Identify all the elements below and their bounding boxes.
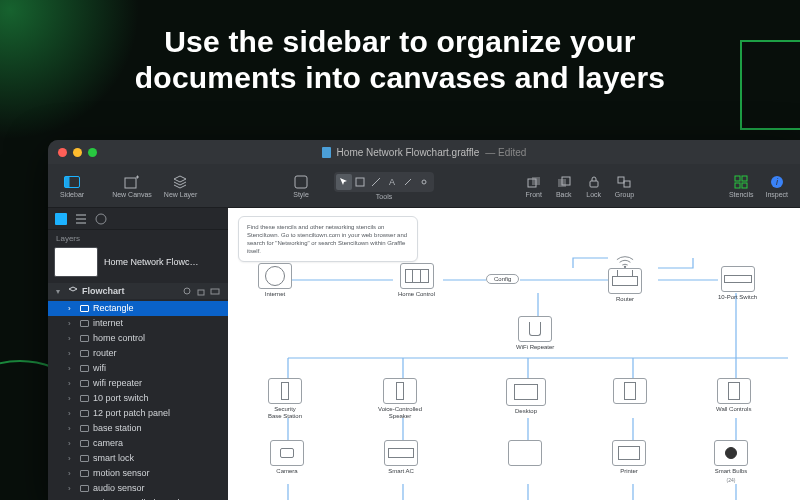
svg-rect-19 — [55, 213, 67, 225]
sidebar-icon — [63, 174, 81, 190]
close-traffic-light[interactable] — [58, 148, 67, 157]
tree-item-label: internet — [93, 317, 123, 330]
svg-rect-1 — [65, 176, 70, 187]
chevron-right-icon: › — [68, 332, 76, 345]
canvases-tab-icon[interactable] — [54, 212, 68, 226]
toolbar: Sidebar New Canvas New Layer Style — [48, 164, 800, 208]
stencils-button[interactable]: Stencils — [725, 174, 758, 198]
document-title: Home Network Flowchart.graffle — [337, 147, 480, 158]
new-canvas-icon — [123, 174, 141, 190]
lock-icon — [585, 174, 603, 190]
tree-item[interactable]: ›12 port patch panel — [48, 406, 228, 421]
tree-item[interactable]: ›audio sensor — [48, 481, 228, 496]
tree-item[interactable]: ›voice controlled speaker — [48, 496, 228, 500]
svg-rect-11 — [618, 177, 624, 183]
new-layer-button[interactable]: New Layer — [160, 174, 201, 198]
tree-item[interactable]: ›base station — [48, 421, 228, 436]
node-router[interactable]: Router — [608, 268, 642, 303]
tree-item-label: router — [93, 347, 117, 360]
selection-tool[interactable] — [336, 174, 352, 190]
tree-item[interactable]: ›wifi — [48, 361, 228, 376]
new-canvas-button[interactable]: New Canvas — [108, 174, 156, 198]
tree-item-label: audio sensor — [93, 482, 145, 495]
layer-header[interactable]: ▾ Flowchart — [48, 283, 228, 299]
node-wall-controls[interactable]: Wall Controls — [716, 378, 751, 413]
lock-icon[interactable] — [196, 286, 206, 296]
inspect-button[interactable]: i Inspect — [761, 174, 792, 198]
minimize-traffic-light[interactable] — [73, 148, 82, 157]
pen-tool[interactable] — [400, 174, 416, 190]
zoom-traffic-light[interactable] — [88, 148, 97, 157]
node-smart-bulbs[interactable]: Smart Bulbs(24) — [714, 440, 748, 483]
edited-indicator: — Edited — [485, 147, 526, 158]
tree-item[interactable]: ›motion sensor — [48, 466, 228, 481]
tree-item-label: wifi — [93, 362, 106, 375]
node-wifi-repeater[interactable]: WiFi Repeater — [516, 316, 554, 351]
node-printer[interactable]: Printer — [612, 440, 646, 475]
sidebar-toggle-button[interactable]: Sidebar — [56, 174, 88, 198]
shape-tool[interactable] — [352, 174, 368, 190]
canvas-thumbnail[interactable] — [54, 247, 98, 277]
shape-icon — [80, 380, 89, 387]
lock-button[interactable]: Lock — [581, 174, 607, 198]
config-chip[interactable]: Config — [486, 274, 519, 284]
svg-rect-15 — [735, 183, 740, 188]
tree-item[interactable]: ›router — [48, 346, 228, 361]
tree-item[interactable]: ›internet — [48, 316, 228, 331]
svg-rect-9 — [558, 179, 566, 187]
left-sidebar: Layers Home Network Flowc… ▾ Flowchart ›… — [48, 208, 228, 500]
tree-item-label: smart lock — [93, 452, 134, 465]
tree-item-label: wifi repeater — [93, 377, 142, 390]
tree-item[interactable]: ›smart lock — [48, 451, 228, 466]
visibility-icon[interactable] — [182, 286, 192, 296]
canvas-name: Home Network Flowc… — [104, 257, 199, 267]
shape-icon — [80, 305, 89, 312]
node-10port-switch[interactable]: 10-Port Switch — [718, 266, 757, 301]
text-tool[interactable]: A — [384, 174, 400, 190]
node-voice-speaker[interactable]: Voice-Controlled Speaker — [378, 378, 422, 419]
tree-item[interactable]: ›10 port switch — [48, 391, 228, 406]
svg-rect-22 — [198, 290, 204, 295]
node-desktop[interactable]: Desktop — [506, 378, 546, 415]
tree-item[interactable]: ›wifi repeater — [48, 376, 228, 391]
back-icon — [555, 174, 573, 190]
sidebar-mode-tabs[interactable] — [48, 208, 228, 230]
style-picker[interactable]: Style — [288, 174, 314, 198]
window-titlebar: Home Network Flowchart.graffle — Edited — [48, 140, 800, 164]
tree-item[interactable]: ›home control — [48, 331, 228, 346]
shape-icon — [80, 320, 89, 327]
svg-rect-13 — [735, 176, 740, 181]
shape-icon — [80, 425, 89, 432]
print-icon[interactable] — [210, 286, 220, 296]
object-tree[interactable]: ›Rectangle›internet›home control›router›… — [48, 299, 228, 500]
node-internet[interactable]: Internet — [258, 263, 292, 298]
tree-item[interactable]: ›Rectangle — [48, 301, 228, 316]
disclosure-triangle-icon[interactable]: ▾ — [56, 287, 64, 296]
node-smart-ac[interactable]: Smart AC — [384, 440, 418, 475]
canvas[interactable]: Find these stencils and other networking… — [228, 208, 800, 500]
document-icon — [322, 147, 331, 158]
canvas-thumbnail-row[interactable]: Home Network Flowc… — [48, 245, 228, 283]
send-back-button[interactable]: Back — [551, 174, 577, 198]
node-base-station[interactable]: Security Base Station — [268, 378, 302, 419]
selection-tab-icon[interactable] — [94, 212, 108, 226]
tools-segmented-control[interactable]: A — [334, 172, 434, 192]
node-home-control[interactable]: Home Control — [398, 263, 435, 298]
canvas-viewport[interactable]: Find these stencils and other networking… — [228, 208, 800, 500]
app-window: Home Network Flowchart.graffle — Edited … — [48, 140, 800, 500]
chevron-right-icon: › — [68, 317, 76, 330]
bring-front-button[interactable]: Front — [521, 174, 547, 198]
node-empty[interactable] — [508, 440, 542, 466]
group-button[interactable]: Group — [611, 174, 638, 198]
shape-icon — [80, 395, 89, 402]
svg-rect-16 — [742, 183, 747, 188]
line-tool[interactable] — [368, 174, 384, 190]
chevron-right-icon: › — [68, 392, 76, 405]
node-camera[interactable]: Camera — [270, 440, 304, 475]
chevron-right-icon: › — [68, 482, 76, 495]
point-tool[interactable] — [416, 174, 432, 190]
tree-item-label: 10 port switch — [93, 392, 149, 405]
tree-item[interactable]: ›camera — [48, 436, 228, 451]
node-wall-controls-col[interactable] — [613, 378, 647, 413]
outline-tab-icon[interactable] — [74, 212, 88, 226]
